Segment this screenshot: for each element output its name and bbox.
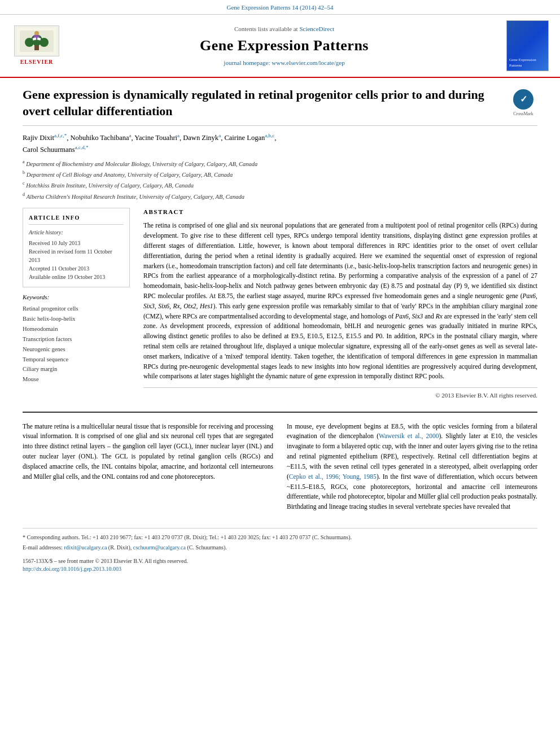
crossmark-icon: ✓ — [513, 89, 533, 110]
authors-line: Rajiv Dixita,f,c,*, Nobuhiko Tachibanaa,… — [23, 132, 537, 155]
received-date: Received 10 July 2013 — [29, 239, 124, 247]
keyword-5: Neurogenic genes — [23, 344, 130, 355]
email-link-dixit[interactable]: rdixit@ucalgary.ca — [64, 544, 107, 551]
article-info-header: ARTICLE INFO — [29, 214, 124, 225]
journal-citation-bar: Gene Expression Patterns 14 (2014) 42–54 — [0, 0, 560, 15]
keywords-box: Keywords: Retinal progenitor cells Basic… — [23, 293, 130, 385]
body-left: The mature retina is a multicellular neu… — [23, 422, 273, 517]
main-content: Gene expression is dynamically regulated… — [0, 78, 560, 582]
footnotes: * Corresponding authors. Tel.: +1 403 21… — [23, 528, 537, 552]
svg-text:✓: ✓ — [520, 94, 527, 104]
keyword-7: Ciliary margin — [23, 364, 130, 374]
affiliation-a: a Department of Biochemistry and Molecul… — [23, 159, 537, 168]
email-note: E-mail addresses: rdixit@ucalgary.ca (R.… — [23, 543, 537, 552]
keyword-2: Basic helix-loop-helix — [23, 314, 130, 324]
body-right: In mouse, eye development begins at E8.5… — [287, 422, 537, 517]
abstract-text: The retina is comprised of one glial and… — [143, 221, 537, 382]
elsevier-brand-label: ELSEVIER — [20, 58, 54, 66]
journal-center: Contents lists available at ScienceDirec… — [62, 25, 506, 67]
elsevier-logo-image — [14, 25, 59, 56]
keyword-6: Temporal sequence — [23, 355, 130, 365]
journal-title: Gene Expression Patterns — [62, 36, 506, 56]
contents-available-line: Contents lists available at ScienceDirec… — [62, 25, 506, 33]
keywords-list: Retinal progenitor cells Basic helix-loo… — [23, 304, 130, 385]
body-two-col: The mature retina is a multicellular neu… — [23, 422, 537, 517]
body-left-paragraph: The mature retina is a multicellular neu… — [23, 422, 273, 482]
history-title: Article history: — [29, 228, 124, 237]
doi-link[interactable]: http://dx.doi.org/10.1016/j.gep.2013.10.… — [23, 566, 121, 572]
author-zinyk: Dawn Zinyk — [183, 134, 218, 142]
info-abstract-section: ARTICLE INFO Article history: Received 1… — [23, 208, 537, 400]
crossmark-badge[interactable]: ✓ CrossMark — [509, 89, 537, 117]
affiliation-b: b Department of Cell Biology and Anatomy… — [23, 169, 537, 179]
available-date: Available online 19 October 2013 — [29, 273, 124, 281]
keywords-header: Keywords: — [23, 293, 130, 302]
article-title-section: Gene expression is dynamically regulated… — [23, 87, 537, 125]
copyright-line: © 2013 Elsevier B.V. All rights reserved… — [143, 387, 537, 400]
svg-point-4 — [25, 38, 34, 47]
accepted-date: Accepted 11 October 2013 — [29, 264, 124, 273]
body-section: The mature retina is a multicellular neu… — [23, 412, 537, 517]
abstract-header: ABSTRACT — [143, 208, 537, 216]
author-logan: Cairine Logan — [224, 134, 265, 142]
homepage-url[interactable]: www.elsevier.com/locate/gep — [272, 59, 344, 66]
revised-date: Received in revised form 11 October 2013 — [29, 247, 124, 264]
keyword-1: Retinal progenitor cells — [23, 304, 130, 314]
right-column: ABSTRACT The retina is comprised of one … — [143, 208, 537, 400]
keyword-4: Transcription factors — [23, 334, 130, 344]
author-schuurmans: Carol Schuurmans — [23, 146, 75, 154]
article-history: Article history: Received 10 July 2013 R… — [29, 228, 124, 281]
svg-point-6 — [34, 31, 39, 36]
article-info-box: ARTICLE INFO Article history: Received 1… — [23, 208, 130, 287]
affiliations: a Department of Biochemistry and Molecul… — [23, 159, 537, 201]
elsevier-logo: ELSEVIER — [11, 25, 62, 66]
crossmark-label: CrossMark — [513, 111, 533, 117]
author-dixit: Rajiv Dixit — [23, 134, 54, 142]
corresponding-author-note: * Corresponding authors. Tel.: +1 403 21… — [23, 533, 537, 541]
journal-citation: Gene Expression Patterns 14 (2014) 42–54 — [226, 4, 333, 11]
article-title: Gene expression is dynamically regulated… — [23, 87, 504, 119]
journal-header: ELSEVIER Contents lists available at Sci… — [0, 15, 560, 78]
affiliation-c: c Hotchkiss Brain Institute, University … — [23, 180, 537, 190]
email-link-schuurmans[interactable]: cschuurm@ucalgary.ca — [133, 544, 186, 551]
journal-homepage: journal homepage: www.elsevier.com/locat… — [62, 59, 506, 67]
left-column: ARTICLE INFO Article history: Received 1… — [23, 208, 130, 400]
issn-line: 1567-133X/$ – see front matter © 2013 El… — [23, 557, 537, 573]
affiliation-d: d Alberta Children's Hospital Research I… — [23, 191, 537, 201]
keyword-8: Mouse — [23, 374, 130, 385]
svg-point-5 — [40, 38, 49, 47]
journal-cover-image: Gene ExpressionPatterns — [506, 20, 549, 71]
sciencedirect-link[interactable]: ScienceDirect — [299, 25, 334, 32]
issn-text: 1567-133X/$ – see front matter © 2013 El… — [23, 558, 188, 564]
keyword-3: Homeodomain — [23, 324, 130, 334]
author-tachibana: Nobuhiko Tachibana — [70, 134, 129, 142]
body-right-paragraph: In mouse, eye development begins at E8.5… — [287, 422, 537, 512]
author-touahri: Yacine Touahri — [134, 134, 177, 142]
